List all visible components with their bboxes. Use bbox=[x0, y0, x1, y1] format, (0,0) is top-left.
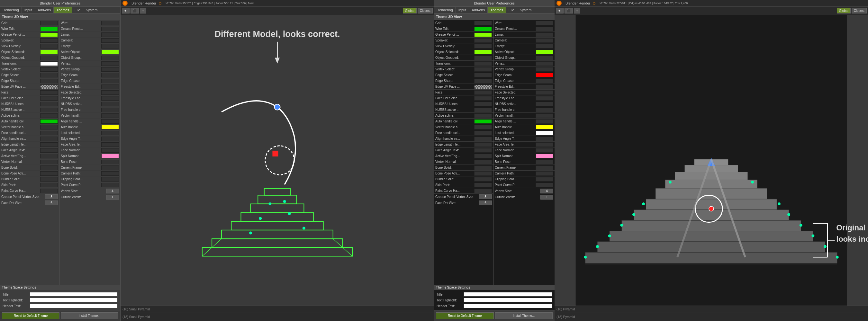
color-auto-hnd-rr[interactable] bbox=[535, 125, 553, 129]
color-edge-uv[interactable] bbox=[40, 85, 58, 89]
tab-system-right[interactable]: System bbox=[517, 7, 535, 13]
color-face-angle[interactable] bbox=[40, 148, 58, 153]
tab-input-left[interactable]: Input bbox=[22, 7, 35, 13]
color-active-obj-r[interactable] bbox=[101, 50, 119, 54]
color-nurbs-rr[interactable] bbox=[535, 102, 553, 106]
toolbar-global-left[interactable]: Global bbox=[403, 8, 416, 13]
tab-system-left[interactable]: System bbox=[83, 7, 101, 13]
color-lamp-r[interactable] bbox=[101, 32, 119, 37]
color-edg-len-rp[interactable] bbox=[474, 142, 492, 147]
tab-file-left[interactable]: File bbox=[72, 7, 83, 13]
color-bone-pose[interactable] bbox=[40, 171, 58, 176]
color-freestyle-r[interactable] bbox=[101, 85, 119, 89]
color-last-sel-rr[interactable] bbox=[535, 131, 553, 135]
color-wire-edit[interactable] bbox=[40, 27, 58, 31]
color-last-selected-r[interactable] bbox=[101, 131, 119, 135]
color-cam-path-rr[interactable] bbox=[535, 171, 553, 176]
color-wire-rr[interactable] bbox=[535, 21, 553, 25]
color-vertex-r[interactable] bbox=[101, 61, 119, 66]
color-lamp-rr[interactable] bbox=[535, 32, 553, 37]
color-grid-rp[interactable] bbox=[474, 21, 492, 25]
tab-input-right[interactable]: Input bbox=[456, 7, 469, 13]
color-edge-length[interactable] bbox=[40, 142, 58, 147]
color-free-handle[interactable] bbox=[40, 131, 58, 135]
color-face[interactable] bbox=[40, 90, 58, 95]
color-paint-curve-rr[interactable] bbox=[535, 183, 553, 187]
color-wire-edit-rp[interactable] bbox=[474, 27, 492, 31]
color-vtx-grp-rr[interactable] bbox=[535, 67, 553, 72]
color-empty-r[interactable] bbox=[101, 44, 119, 49]
color-edge-crease-rr[interactable] bbox=[535, 79, 553, 83]
color-auto-handle[interactable] bbox=[40, 119, 58, 124]
toolbar-closest-left[interactable]: Closest bbox=[417, 8, 433, 13]
color-obj-selected[interactable] bbox=[40, 50, 58, 54]
color-transform-rp[interactable] bbox=[474, 61, 492, 66]
color-paint-rp[interactable] bbox=[474, 189, 492, 193]
color-free-handle-r[interactable] bbox=[101, 108, 119, 112]
color-aln-hnd-rr[interactable] bbox=[535, 119, 553, 124]
color-vertex-rr[interactable] bbox=[535, 61, 553, 66]
grease-pencil-vertex-size[interactable] bbox=[45, 194, 58, 199]
gp-vertex-size-right[interactable] bbox=[479, 194, 492, 199]
color-grease-pencil[interactable] bbox=[40, 32, 58, 37]
color-active-spline[interactable] bbox=[40, 114, 58, 118]
color-active-vert[interactable] bbox=[40, 154, 58, 158]
color-edge-select[interactable] bbox=[40, 73, 58, 77]
face-dot-size[interactable] bbox=[45, 200, 58, 205]
color-curr-frame-rr[interactable] bbox=[535, 165, 553, 170]
tab-file-right[interactable]: File bbox=[506, 7, 517, 13]
color-aln-hnd-rp[interactable] bbox=[474, 136, 492, 141]
ts-title-swatch-left[interactable] bbox=[30, 292, 118, 296]
color-grease-rp[interactable] bbox=[474, 32, 492, 37]
color-camera-r[interactable] bbox=[101, 38, 119, 43]
color-transform[interactable] bbox=[40, 61, 58, 66]
color-act-vert-rp[interactable] bbox=[474, 154, 492, 158]
color-vec-hnd-rp[interactable] bbox=[474, 125, 492, 129]
color-view-overlay[interactable] bbox=[40, 44, 58, 49]
color-face-dot-rp[interactable] bbox=[474, 96, 492, 101]
color-current-frame-r[interactable] bbox=[101, 165, 119, 170]
color-skin-rp[interactable] bbox=[474, 183, 492, 187]
ts-highlight-swatch-right[interactable] bbox=[464, 298, 552, 302]
color-grease-rr[interactable] bbox=[535, 27, 553, 31]
ts-highlight-swatch-left[interactable] bbox=[30, 298, 118, 302]
color-nurbs-u-rp[interactable] bbox=[474, 102, 492, 106]
vertex-size-left[interactable] bbox=[106, 189, 119, 193]
color-fac-ang-rp[interactable] bbox=[474, 148, 492, 153]
color-clip-bord-rr[interactable] bbox=[535, 177, 553, 182]
color-edge-seam-rr[interactable] bbox=[535, 73, 553, 77]
color-act-spl-rp[interactable] bbox=[474, 114, 492, 118]
toolbar-btn-select-r[interactable]: ⬛ bbox=[564, 8, 573, 13]
color-bone-pose-rp[interactable] bbox=[474, 171, 492, 176]
color-auto-hnd-rp[interactable] bbox=[474, 119, 492, 124]
color-vertex-group-r[interactable] bbox=[101, 67, 119, 72]
color-empty-rr[interactable] bbox=[535, 44, 553, 49]
color-vector-handl-r[interactable] bbox=[101, 114, 119, 118]
toolbar-btn-add[interactable]: + bbox=[140, 8, 146, 13]
color-vertex-select[interactable] bbox=[40, 67, 58, 72]
ts-header-swatch-right[interactable] bbox=[464, 303, 552, 308]
color-bundle-rp[interactable] bbox=[474, 177, 492, 182]
color-free-hnd-rr[interactable] bbox=[535, 108, 553, 112]
color-edg-sel-rp[interactable] bbox=[474, 73, 492, 77]
color-clipping-r[interactable] bbox=[101, 177, 119, 182]
color-obj-grp-rr[interactable] bbox=[535, 56, 553, 60]
install-theme-left[interactable]: Install Theme... bbox=[61, 312, 118, 319]
color-bundle-solid[interactable] bbox=[40, 177, 58, 182]
face-dot-size-right[interactable] bbox=[479, 200, 492, 205]
reset-default-theme-left[interactable]: Reset to Default Theme bbox=[2, 312, 60, 319]
color-speaker-rp[interactable] bbox=[474, 38, 492, 43]
color-freestyle-fac-r[interactable] bbox=[101, 96, 119, 101]
color-obj-grp-rp[interactable] bbox=[474, 56, 492, 60]
color-edg-sharp-rp[interactable] bbox=[474, 79, 492, 83]
toolbar-btn-view[interactable]: 👁 bbox=[122, 8, 129, 13]
color-edge-sharp[interactable] bbox=[40, 79, 58, 83]
color-bone-pose-r[interactable] bbox=[101, 160, 119, 164]
color-skin-root[interactable] bbox=[40, 183, 58, 187]
color-paint-curve-r[interactable] bbox=[101, 183, 119, 187]
color-face-sel-rr[interactable] bbox=[535, 90, 553, 95]
toolbar-closest-right[interactable]: Closest bbox=[851, 8, 867, 13]
color-speaker[interactable] bbox=[40, 38, 58, 43]
color-edge-seam-r[interactable] bbox=[101, 73, 119, 77]
color-camera-path-r[interactable] bbox=[101, 171, 119, 176]
